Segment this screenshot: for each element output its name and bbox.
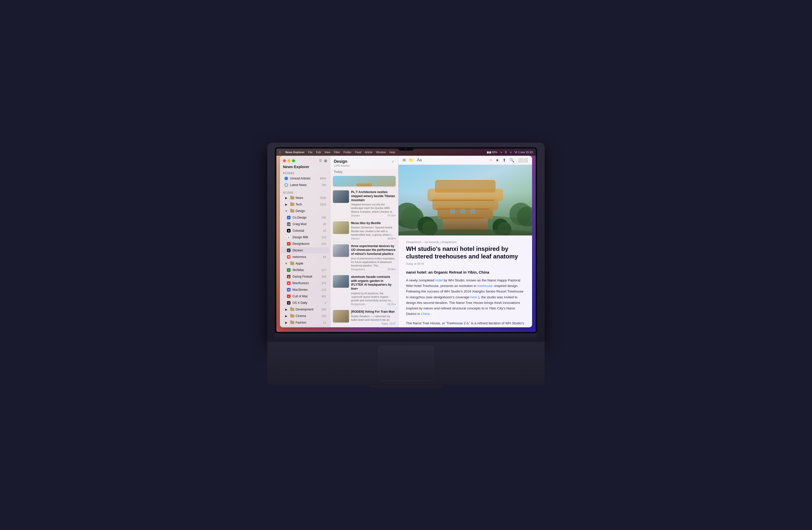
cinema-count: 120	[321, 315, 326, 318]
china-link[interactable]: China	[421, 312, 430, 316]
unread-dot-0: ●	[394, 214, 396, 217]
sidebar-item-osxdaily[interactable]: O OS X Daily 3	[281, 300, 329, 306]
folder-save-icon[interactable]: 📁	[409, 158, 414, 163]
laptop-body:  News Explorer File Edit View Filter Fo…	[267, 143, 545, 342]
codesign-icon: C	[287, 215, 291, 220]
unread-dot-2: ●	[394, 268, 396, 270]
grid-view-icon[interactable]: ▦	[324, 159, 327, 163]
article-thumb-0	[333, 190, 349, 203]
article-paragraph-1: A newly completed hotel by WH Studio, kn…	[406, 278, 524, 317]
sidebar-item-cultofmac[interactable]: C Cult of Mac 491	[281, 293, 329, 299]
read-status-icon[interactable]: ○	[490, 158, 492, 163]
sidebar-item-colossal[interactable]: ◆ Colossal 10	[281, 228, 329, 234]
minimize-button[interactable]	[288, 159, 290, 162]
fashion-count: 11	[323, 321, 326, 324]
sidebar-item-design[interactable]: ▼ Design	[281, 208, 329, 214]
treehouse-link[interactable]: treehouse	[477, 284, 493, 288]
edit-menu[interactable]: Edit	[316, 151, 321, 154]
article-item-4[interactable]: [RODEN] Voting For Train Man Roden Reade…	[330, 308, 398, 327]
user-menubar-icon[interactable]: ☺	[509, 151, 512, 154]
fashion-label: Fashion	[295, 321, 322, 324]
window-menu[interactable]: Window	[376, 151, 386, 154]
craigmod-label: Craig Mod	[292, 222, 322, 226]
sidebar-item-dezeen[interactable]: D Dezeen	[281, 247, 329, 253]
sidebar-item-news[interactable]: ▶ News 3036	[281, 195, 329, 201]
9to5mac-icon: 9	[287, 268, 291, 272]
sidebar-item-development[interactable]: ▶ Development 240	[281, 306, 329, 312]
article-title-2: three experimental devices by UO showcas…	[351, 244, 396, 256]
news-label: News	[295, 196, 319, 200]
article-item-3[interactable]: aluminum facade contrasts with organic g…	[330, 273, 398, 308]
sidebar-item-cinema[interactable]: ▶ Cinema 120	[281, 313, 329, 319]
close-button[interactable]	[283, 159, 286, 162]
article-menu[interactable]: Article	[365, 151, 373, 154]
dev-folder-icon	[290, 307, 294, 312]
daringfireball-icon: 🔥	[287, 274, 291, 279]
search-article-icon[interactable]: 🔍	[509, 158, 514, 163]
app-name-menu[interactable]: News Explorer	[285, 151, 304, 154]
article-time-4: Today, 15:07	[381, 322, 396, 325]
battery-indicator: ▮▮▮ 65%	[487, 151, 497, 154]
dezeen-label: Dezeen	[292, 249, 326, 252]
sidebar-item-macstories[interactable]: M MacStories 123	[281, 287, 329, 293]
sidebar-item-swissmiss[interactable]: ✚ swissmiss 54	[281, 254, 329, 260]
tech-count: 2818	[320, 203, 326, 206]
apple-folder-chevron: ▼	[284, 261, 289, 266]
macrumors-count: 373	[321, 282, 326, 285]
help-menu[interactable]: Help	[389, 151, 395, 154]
9to5mac-count: 127	[321, 268, 326, 271]
article-title-0: PL-T Architecture nestles stepped winery…	[351, 190, 396, 202]
sidebar-item-fashion[interactable]: ▶ Fashion 11	[281, 320, 329, 325]
view-menu[interactable]: View	[324, 151, 330, 154]
sidebar-item-apple[interactable]: ▼ Apple	[281, 261, 329, 266]
reader-toolbar: ✉ 📁 Aa ○ ★ ⬆ 🔍 ⬜⬜	[398, 156, 532, 165]
maximize-button[interactable]	[292, 159, 295, 162]
star-article-icon[interactable]: ★	[495, 158, 499, 163]
list-view-icon[interactable]: ☰	[319, 159, 322, 163]
sidebar-item-9to5mac[interactable]: 9 9to5Mac 127	[281, 267, 329, 273]
here-link[interactable]: here	[470, 295, 477, 299]
article-item-0[interactable]: PL-T Architecture nestles stepped winery…	[330, 188, 398, 219]
article-source-1: Dezeen	[351, 237, 360, 240]
sidebar-item-tech[interactable]: ▶ Tech 2818	[281, 201, 329, 207]
mark-read-button[interactable]: ✓	[391, 159, 395, 164]
reader-content: Designboom – kat barandy | designboom WH…	[398, 165, 532, 327]
icloud-label: iCloud	[280, 190, 330, 195]
sidebar-item-designboom[interactable]: ⚡ Designboom 225	[281, 241, 329, 247]
sidebar-item-macrumors[interactable]: M MacRumors 373	[281, 280, 329, 286]
designmilk-label: Design Milk	[292, 236, 320, 239]
envelope-icon[interactable]: ✉	[403, 158, 406, 163]
split-view-icon[interactable]: ⬜⬜	[518, 158, 528, 163]
feed-menu[interactable]: Feed	[355, 151, 361, 154]
article-title-1: Musa tiles by Bestile	[351, 221, 396, 225]
file-menu[interactable]: File	[308, 151, 313, 154]
sidebar: ☰ ▦ News Explorer Filters Unread Article…	[280, 156, 330, 327]
article-item-featured[interactable]: WH studio's nanxi hotel inspired by clus…	[333, 176, 396, 187]
sidebar-item-unread[interactable]: Unread Articles 8805	[281, 176, 329, 181]
hotel-link[interactable]: hotel	[435, 278, 443, 282]
tech-folder-chevron: ▶	[284, 202, 289, 207]
latest-count: 795	[321, 183, 326, 186]
reader-toolbar-left: ✉ 📁 Aa	[403, 158, 422, 163]
article-meta-4: Today, 15:07	[351, 322, 396, 325]
sidebar-item-latest[interactable]: Latest News 795	[281, 182, 329, 188]
apple-menu[interactable]: 	[279, 150, 281, 154]
article-content-3: aluminum facade contrasts with organic g…	[351, 275, 396, 306]
sidebar-item-codesign[interactable]: C Co.Design 240	[281, 214, 329, 221]
macrumors-label: MacRumors	[292, 281, 320, 285]
font-size-icon[interactable]: Aa	[417, 158, 422, 163]
sidebar-item-designmilk[interactable]: D Design Milk 116	[281, 234, 329, 240]
trackpad[interactable]	[378, 346, 434, 381]
article-time-2: 05:30 ●	[388, 268, 396, 271]
article-content-0: PL-T Architecture nestles stepped winery…	[351, 190, 396, 217]
share-icon[interactable]: ⬆	[503, 158, 506, 163]
article-item-2[interactable]: three experimental devices by UO showcas…	[330, 242, 398, 273]
folder-menu[interactable]: Folder	[344, 151, 351, 154]
search-menubar-icon[interactable]: ⚲	[505, 151, 507, 154]
article-item-1[interactable]: Musa tiles by Bestile Dezeen Showroom: S…	[330, 219, 398, 242]
article-thumb-1	[333, 221, 349, 234]
sidebar-item-craigmod[interactable]: CM Craig Mod 38	[281, 221, 329, 227]
filter-menu[interactable]: Filter	[334, 151, 340, 154]
sidebar-item-daringfireball[interactable]: 🔥 Daring Fireball 259	[281, 274, 329, 280]
article-body: nanxi hotel: an Organic Retreat in Yibin…	[406, 269, 524, 327]
